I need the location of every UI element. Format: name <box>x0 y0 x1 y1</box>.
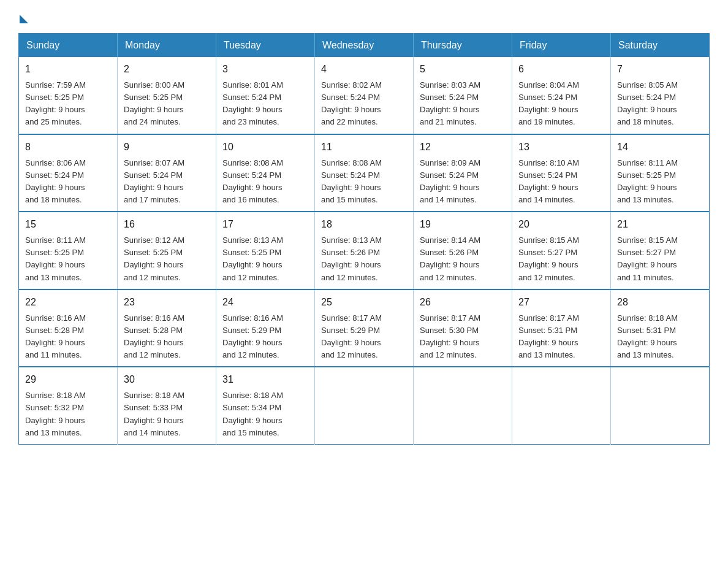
day-info: Sunrise: 8:13 AMSunset: 5:26 PMDaylight:… <box>321 236 382 282</box>
day-info: Sunrise: 8:00 AMSunset: 5:25 PMDaylight:… <box>124 80 184 126</box>
logo-arrow-icon <box>20 15 28 23</box>
day-number: 11 <box>321 140 407 155</box>
day-info: Sunrise: 8:16 AMSunset: 5:28 PMDaylight:… <box>124 313 184 359</box>
day-number: 27 <box>518 295 604 310</box>
calendar-cell: 6Sunrise: 8:04 AMSunset: 5:24 PMDaylight… <box>512 57 611 134</box>
calendar-cell: 3Sunrise: 8:01 AMSunset: 5:24 PMDaylight… <box>216 57 315 134</box>
day-number: 17 <box>222 217 308 232</box>
calendar-table: SundayMondayTuesdayWednesdayThursdayFrid… <box>18 33 710 445</box>
day-info: Sunrise: 8:18 AMSunset: 5:31 PMDaylight:… <box>617 313 678 359</box>
day-info: Sunrise: 8:08 AMSunset: 5:24 PMDaylight:… <box>222 158 283 204</box>
day-info: Sunrise: 8:09 AMSunset: 5:24 PMDaylight:… <box>420 158 480 204</box>
calendar-cell: 9Sunrise: 8:07 AMSunset: 5:24 PMDaylight… <box>118 134 216 212</box>
day-number: 31 <box>222 372 308 387</box>
calendar-cell: 25Sunrise: 8:17 AMSunset: 5:29 PMDayligh… <box>315 289 414 367</box>
day-info: Sunrise: 8:01 AMSunset: 5:24 PMDaylight:… <box>222 80 283 126</box>
calendar-cell: 1Sunrise: 7:59 AMSunset: 5:25 PMDaylight… <box>19 57 118 134</box>
logo <box>18 12 28 21</box>
day-number: 6 <box>518 62 604 77</box>
day-info: Sunrise: 8:16 AMSunset: 5:29 PMDaylight:… <box>222 313 283 359</box>
calendar-cell: 11Sunrise: 8:08 AMSunset: 5:24 PMDayligh… <box>315 134 414 212</box>
day-info: Sunrise: 8:17 AMSunset: 5:29 PMDaylight:… <box>321 313 382 359</box>
day-number: 23 <box>124 295 210 310</box>
day-number: 3 <box>222 62 308 77</box>
day-info: Sunrise: 8:18 AMSunset: 5:34 PMDaylight:… <box>222 391 283 437</box>
calendar-cell: 20Sunrise: 8:15 AMSunset: 5:27 PMDayligh… <box>512 212 611 289</box>
day-number: 2 <box>124 62 210 77</box>
day-info: Sunrise: 8:17 AMSunset: 5:30 PMDaylight:… <box>420 313 480 359</box>
day-info: Sunrise: 7:59 AMSunset: 5:25 PMDaylight:… <box>25 80 86 126</box>
header-friday: Friday <box>512 34 611 58</box>
day-info: Sunrise: 8:18 AMSunset: 5:32 PMDaylight:… <box>25 391 86 437</box>
calendar-cell: 26Sunrise: 8:17 AMSunset: 5:30 PMDayligh… <box>414 289 512 367</box>
calendar-cell: 4Sunrise: 8:02 AMSunset: 5:24 PMDaylight… <box>315 57 414 134</box>
day-number: 16 <box>124 217 210 232</box>
calendar-header-row: SundayMondayTuesdayWednesdayThursdayFrid… <box>19 34 710 58</box>
calendar-week-row: 15Sunrise: 8:11 AMSunset: 5:25 PMDayligh… <box>19 212 710 289</box>
day-info: Sunrise: 8:07 AMSunset: 5:24 PMDaylight:… <box>124 158 184 204</box>
calendar-cell: 18Sunrise: 8:13 AMSunset: 5:26 PMDayligh… <box>315 212 414 289</box>
day-number: 8 <box>25 140 111 155</box>
page-header <box>18 12 710 21</box>
calendar-cell: 27Sunrise: 8:17 AMSunset: 5:31 PMDayligh… <box>512 289 611 367</box>
header-tuesday: Tuesday <box>216 34 315 58</box>
day-number: 12 <box>420 140 506 155</box>
day-number: 26 <box>420 295 506 310</box>
calendar-cell: 29Sunrise: 8:18 AMSunset: 5:32 PMDayligh… <box>19 367 118 444</box>
day-number: 1 <box>25 62 111 77</box>
day-info: Sunrise: 8:06 AMSunset: 5:24 PMDaylight:… <box>25 158 86 204</box>
day-info: Sunrise: 8:18 AMSunset: 5:33 PMDaylight:… <box>124 391 184 437</box>
day-number: 13 <box>518 140 604 155</box>
day-info: Sunrise: 8:15 AMSunset: 5:27 PMDaylight:… <box>518 236 579 282</box>
calendar-week-row: 29Sunrise: 8:18 AMSunset: 5:32 PMDayligh… <box>19 367 710 444</box>
day-number: 30 <box>124 372 210 387</box>
day-number: 20 <box>518 217 604 232</box>
day-info: Sunrise: 8:11 AMSunset: 5:25 PMDaylight:… <box>25 236 86 282</box>
calendar-cell: 13Sunrise: 8:10 AMSunset: 5:24 PMDayligh… <box>512 134 611 212</box>
day-number: 14 <box>617 140 703 155</box>
calendar-cell: 24Sunrise: 8:16 AMSunset: 5:29 PMDayligh… <box>216 289 315 367</box>
day-info: Sunrise: 8:02 AMSunset: 5:24 PMDaylight:… <box>321 80 382 126</box>
calendar-cell <box>315 367 414 444</box>
calendar-week-row: 1Sunrise: 7:59 AMSunset: 5:25 PMDaylight… <box>19 57 710 134</box>
day-info: Sunrise: 8:08 AMSunset: 5:24 PMDaylight:… <box>321 158 382 204</box>
calendar-cell: 31Sunrise: 8:18 AMSunset: 5:34 PMDayligh… <box>216 367 315 444</box>
day-number: 29 <box>25 372 111 387</box>
day-number: 21 <box>617 217 703 232</box>
calendar-cell: 14Sunrise: 8:11 AMSunset: 5:25 PMDayligh… <box>611 134 710 212</box>
day-info: Sunrise: 8:04 AMSunset: 5:24 PMDaylight:… <box>518 80 579 126</box>
day-info: Sunrise: 8:11 AMSunset: 5:25 PMDaylight:… <box>617 158 678 204</box>
header-thursday: Thursday <box>414 34 512 58</box>
day-number: 15 <box>25 217 111 232</box>
header-saturday: Saturday <box>611 34 710 58</box>
day-info: Sunrise: 8:13 AMSunset: 5:25 PMDaylight:… <box>222 236 283 282</box>
day-number: 28 <box>617 295 703 310</box>
calendar-cell: 23Sunrise: 8:16 AMSunset: 5:28 PMDayligh… <box>118 289 216 367</box>
day-info: Sunrise: 8:14 AMSunset: 5:26 PMDaylight:… <box>420 236 480 282</box>
calendar-cell: 28Sunrise: 8:18 AMSunset: 5:31 PMDayligh… <box>611 289 710 367</box>
calendar-cell: 22Sunrise: 8:16 AMSunset: 5:28 PMDayligh… <box>19 289 118 367</box>
calendar-cell: 5Sunrise: 8:03 AMSunset: 5:24 PMDaylight… <box>414 57 512 134</box>
calendar-week-row: 22Sunrise: 8:16 AMSunset: 5:28 PMDayligh… <box>19 289 710 367</box>
day-number: 7 <box>617 62 703 77</box>
calendar-cell: 2Sunrise: 8:00 AMSunset: 5:25 PMDaylight… <box>118 57 216 134</box>
day-number: 10 <box>222 140 308 155</box>
day-number: 5 <box>420 62 506 77</box>
calendar-cell: 21Sunrise: 8:15 AMSunset: 5:27 PMDayligh… <box>611 212 710 289</box>
calendar-cell: 16Sunrise: 8:12 AMSunset: 5:25 PMDayligh… <box>118 212 216 289</box>
calendar-cell: 19Sunrise: 8:14 AMSunset: 5:26 PMDayligh… <box>414 212 512 289</box>
day-info: Sunrise: 8:15 AMSunset: 5:27 PMDaylight:… <box>617 236 678 282</box>
header-monday: Monday <box>118 34 216 58</box>
calendar-cell: 7Sunrise: 8:05 AMSunset: 5:24 PMDaylight… <box>611 57 710 134</box>
day-number: 4 <box>321 62 407 77</box>
calendar-cell: 17Sunrise: 8:13 AMSunset: 5:25 PMDayligh… <box>216 212 315 289</box>
day-number: 25 <box>321 295 407 310</box>
day-number: 22 <box>25 295 111 310</box>
day-number: 19 <box>420 217 506 232</box>
day-info: Sunrise: 8:03 AMSunset: 5:24 PMDaylight:… <box>420 80 480 126</box>
calendar-cell: 8Sunrise: 8:06 AMSunset: 5:24 PMDaylight… <box>19 134 118 212</box>
calendar-cell <box>611 367 710 444</box>
calendar-cell <box>414 367 512 444</box>
calendar-cell: 30Sunrise: 8:18 AMSunset: 5:33 PMDayligh… <box>118 367 216 444</box>
header-sunday: Sunday <box>19 34 118 58</box>
